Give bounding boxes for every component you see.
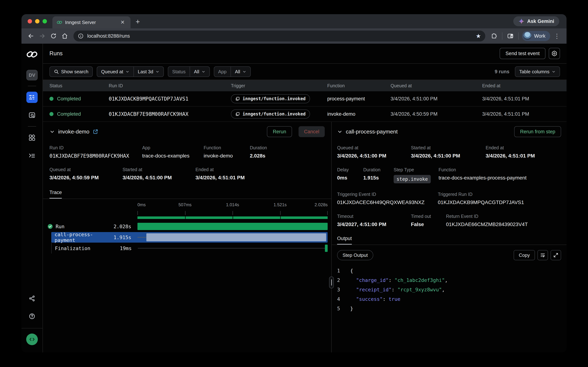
output-code-block[interactable]: 1{2 "charge_id": "ch_1abc2def3ghi",3 "re… [337,268,561,315]
trace-bar-finalization[interactable] [325,245,328,252]
show-search-label: Show search [61,69,88,75]
event-icon [235,96,240,101]
app-avatar[interactable]: DV [26,70,38,80]
table-columns-label: Table columns [519,69,549,75]
minimize-window-button[interactable] [35,19,40,24]
bookmark-star-icon[interactable]: ★ [476,33,481,40]
trace-span-run[interactable]: Run 2.028s [47,221,328,232]
timeout-field: Timeout 3/4/2027, 4:51:00 PM [337,214,411,227]
queued-at-value: 3/4/2026, 4:50:59 PM [390,111,482,117]
col-trigger: Trigger [231,83,327,88]
time-range-label: Last 3d [138,69,153,75]
run-details-pane: invoke-demo Rerun Cancel Run ID 01KJXDAC… [43,122,331,352]
share-button[interactable] [26,293,38,304]
url-bar[interactable]: localhost:8288/runs ★ [74,31,485,42]
code-line: 1{ [337,268,561,277]
time-range-select[interactable]: Last 3d [133,67,164,76]
reload-icon[interactable] [49,31,58,41]
url-text[interactable]: localhost:8288/runs [87,33,472,39]
table-row[interactable]: Completed 01KJXDACKB9MPQACGTDP7JAVS1 inn… [43,91,567,107]
copy-button[interactable]: Copy [514,250,535,260]
extensions-icon[interactable] [489,31,499,41]
line-number: 5 [337,306,345,311]
timed-out-field: Timed out False [411,214,446,227]
trace-span-selected[interactable]: call-process-payment 1.915s [51,232,328,243]
chevron-down-icon[interactable] [50,129,55,134]
nav-apps-button[interactable] [26,132,38,143]
run-id[interactable]: 01KJXDACKB9MPQACGTDP7JAVS1 [109,96,231,102]
table-columns-button[interactable]: Table columns [515,66,560,77]
help-button[interactable] [26,311,38,322]
tab-output[interactable]: Output [337,236,352,245]
queued-at-value: 3/4/2026, 4:51:00 PM [390,96,482,102]
app-header: Runs Send test event [43,44,567,64]
inngest-app: DV [21,44,567,352]
profile-chip[interactable]: Work [522,31,550,41]
browser-menu-icon[interactable]: ⋮ [552,32,562,40]
step-output-toggle[interactable]: Step Output [337,250,373,260]
return-event-link[interactable]: 01KJXDAE66CMZMB28439023V4T [446,222,528,227]
trace-timeline: 0ms 507ms 1.014s 1.521s 2.028s [43,199,331,253]
tab-close-icon[interactable]: ✕ [119,19,126,26]
code-text: "charge_id": "ch_1abc2def3ghi", [350,277,448,283]
ended-at-value: 3/4/2026, 4:51:01 PM [482,96,560,102]
output-tab-row: Output [332,236,567,245]
table-row[interactable]: Completed 01KJXDACBF7E98M00RAFCK9HAX inn… [43,107,567,122]
step-function-link[interactable]: trace-docs-examples-process-payment [439,175,527,181]
cancel-button[interactable]: Cancel [298,126,325,137]
triggered-run-field: Triggered Run ID 01KJXDACKB9MPQACGTDP7JA… [438,192,524,205]
run-id-field: Run ID 01KJXDACBF7E98M00RAFCK9HAX [50,145,142,159]
col-run-id: Run ID [109,83,231,88]
rerun-from-step-button[interactable]: Rerun from step [514,126,561,137]
tab-trace[interactable]: Trace [50,190,62,199]
trace-baseline [138,248,328,249]
app-link[interactable]: trace-docs-examples [142,153,204,159]
new-tab-button[interactable]: + [136,18,140,26]
trace-bar-run[interactable] [137,223,328,230]
app-filter[interactable]: App All [214,66,251,77]
trace-bar-step[interactable] [146,233,326,241]
nav-debugger-button[interactable] [26,109,38,121]
nav-terminal-button[interactable] [26,150,38,161]
close-window-button[interactable] [28,19,32,24]
settings-gear-button[interactable] [549,48,560,59]
app-filter-value[interactable]: All [231,67,250,76]
line-number: 4 [337,296,345,302]
col-queued-at: Queued at [390,83,482,88]
time-filter[interactable]: Queued at Last 3d [97,66,164,77]
triggering-event-link[interactable]: 01KJXDACEC6H49QRQXWEA93NXZ [337,200,438,205]
dev-tools-fab[interactable] [26,334,38,345]
pane-resize-handle[interactable] [329,276,334,288]
expand-button[interactable] [551,250,561,260]
status-filter[interactable]: Status All [168,66,210,77]
send-test-event-button[interactable]: Send test event [500,48,546,59]
back-icon[interactable] [26,31,36,41]
step-type-field: Step Type step.invoke [394,167,439,183]
trace-span-finalization[interactable]: Finalization 19ms [51,243,328,253]
time-field-select[interactable]: Queued at [97,67,133,76]
status-filter-label: Status [168,67,190,76]
search-sidebar-icon[interactable] [506,31,515,41]
triggering-event-field: Triggering Event ID 01KJXDACEC6H49QRQXWE… [337,192,438,205]
col-ended-at: Ended at [482,83,560,88]
forward-icon[interactable] [37,31,47,41]
show-search-button[interactable]: Show search [50,66,93,77]
function-link[interactable]: invoke-demo [204,153,250,159]
zoom-window-button[interactable] [42,19,47,24]
browser-tab[interactable]: Inngest Server ✕ [52,16,131,28]
trigger-badge[interactable]: inngest/function.invoked [231,109,310,119]
nav-runs-button[interactable] [26,92,38,103]
triggered-run-link[interactable]: 01KJXDACKB9MPQACGTDP7JAVS1 [438,200,524,205]
ask-gemini-button[interactable]: Ask Gemini [513,16,559,26]
word-wrap-button[interactable] [538,250,548,260]
home-icon[interactable] [60,31,69,41]
trigger-badge[interactable]: inngest/function.invoked [231,94,310,103]
site-info-icon[interactable] [78,33,84,39]
chevron-down-icon[interactable] [337,129,343,134]
external-link-icon[interactable] [93,129,98,134]
rerun-button[interactable]: Rerun [267,126,292,137]
status-filter-value[interactable]: All [190,67,209,76]
function-name: invoke-demo [327,111,390,117]
trace-minimap[interactable] [137,217,328,219]
run-id[interactable]: 01KJXDACBF7E98M00RAFCK9HAX [109,111,231,117]
